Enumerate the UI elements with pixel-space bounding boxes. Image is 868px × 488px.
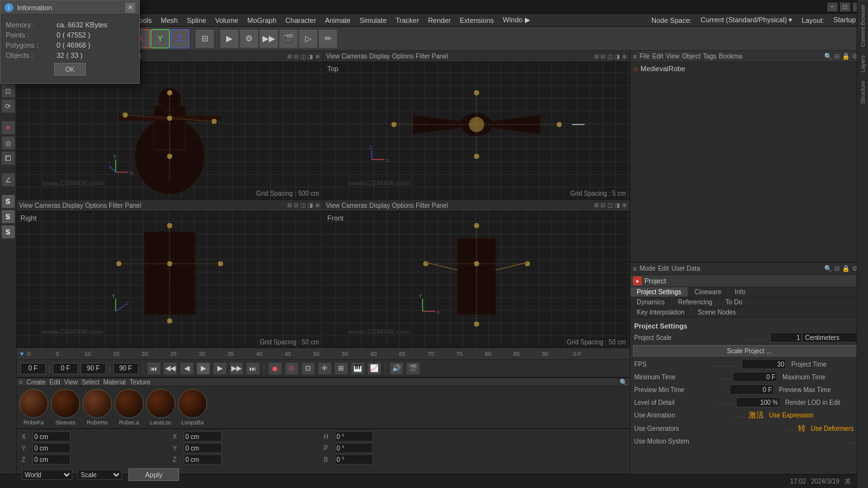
- tab-referencing[interactable]: Referencing: [672, 297, 719, 307]
- lod-input[interactable]: [736, 397, 780, 407]
- vp-front-display[interactable]: Display: [369, 202, 390, 209]
- vp-top-filter[interactable]: Filter: [416, 53, 430, 60]
- menu-spline[interactable]: Spline: [183, 16, 210, 25]
- om-filter-icon[interactable]: ⊟: [834, 53, 839, 60]
- tab-dynamics[interactable]: Dynamics: [630, 297, 672, 307]
- menu-mograph[interactable]: MoGraph: [243, 16, 280, 25]
- menu-window[interactable]: Windo ▶: [499, 15, 533, 25]
- vp-top-cameras[interactable]: Cameras: [342, 53, 368, 60]
- coord-z1-input[interactable]: [32, 454, 71, 464]
- start-frame-input[interactable]: [53, 363, 78, 374]
- render-vp-button[interactable]: ▷: [299, 29, 318, 48]
- end-frame-input[interactable]: [81, 363, 106, 374]
- sidebar-icon-8[interactable]: ∠: [1, 173, 15, 187]
- apply-button[interactable]: Apply: [128, 468, 179, 481]
- viewport-front[interactable]: View Cameras Display Options Filter Pane…: [323, 200, 630, 349]
- node-space-select[interactable]: Current (Standard/Physical) ▾: [697, 15, 797, 25]
- current-frame-input[interactable]: [20, 363, 46, 374]
- vp-top-display[interactable]: Display: [369, 53, 390, 60]
- material-texture-menu[interactable]: Texture: [130, 379, 151, 386]
- prev-frame-button[interactable]: ◀: [180, 362, 194, 375]
- dope-button[interactable]: 🎹: [351, 362, 365, 375]
- sidebar-icon-9[interactable]: S: [1, 194, 15, 208]
- coord-z2-input[interactable]: [184, 454, 222, 464]
- maximize-button[interactable]: □: [840, 3, 850, 11]
- play-button[interactable]: ▶: [196, 362, 210, 375]
- sidebar-icon-7[interactable]: ⧠: [1, 151, 15, 165]
- jump-start-button[interactable]: ⏮: [147, 362, 161, 375]
- timeline-button[interactable]: ⊞: [334, 362, 348, 375]
- om-item-row[interactable]: ⊙ MedievalRobe 🔒: [632, 64, 867, 74]
- material-item-sleeves[interactable]: Sleeves: [51, 389, 80, 426]
- autokey-button[interactable]: ⊡: [301, 362, 315, 375]
- vp-right-display[interactable]: Display: [62, 202, 83, 209]
- om-tags-menu[interactable]: Tags: [703, 53, 716, 60]
- vp-front-view[interactable]: View: [326, 202, 340, 209]
- menu-volume[interactable]: Volume: [212, 16, 243, 25]
- vp-front-options[interactable]: Options: [392, 202, 414, 209]
- material-item-robehc[interactable]: RobeHo: [83, 389, 112, 426]
- om-object-menu[interactable]: Object: [682, 53, 700, 60]
- icon-button-2[interactable]: 🎬: [406, 362, 420, 375]
- material-item-robefa[interactable]: RobeFa: [19, 389, 48, 426]
- sidebar-icon-6[interactable]: ◎: [1, 136, 15, 150]
- material-edit-menu[interactable]: Edit: [50, 379, 60, 386]
- render-3d-button[interactable]: 🎬: [279, 29, 298, 48]
- attr-search-icon[interactable]: 🔍: [824, 265, 832, 272]
- coord-y2-input[interactable]: [184, 443, 222, 453]
- project-scale-unit[interactable]: Centimeters: [802, 332, 865, 342]
- vp-front-filter[interactable]: Filter: [416, 202, 430, 209]
- minimize-button[interactable]: −: [827, 3, 837, 11]
- axis-z-button[interactable]: Z: [170, 29, 189, 48]
- tab-info[interactable]: Info: [728, 287, 752, 297]
- motion-button[interactable]: ✛: [318, 362, 332, 375]
- jump-end-button[interactable]: ⏭: [246, 362, 260, 375]
- om-file-menu[interactable]: File: [639, 53, 649, 60]
- scale-project-button[interactable]: Scale Project ...: [633, 345, 865, 356]
- vp-right-panel[interactable]: Panel: [125, 202, 142, 209]
- vp-right-view[interactable]: View: [19, 202, 33, 209]
- attr-userdata-menu[interactable]: User Data: [672, 265, 700, 272]
- vp-top-panel[interactable]: Panel: [432, 53, 449, 60]
- render-active-button[interactable]: ▶: [220, 29, 239, 48]
- preview-min-input[interactable]: [729, 384, 774, 395]
- coord-y1-input[interactable]: [32, 443, 71, 453]
- prev-key-button[interactable]: ◀◀: [163, 362, 177, 375]
- tab-key-interpolation[interactable]: Key Interpolation: [630, 308, 691, 317]
- material-material-menu[interactable]: Material: [103, 379, 126, 386]
- tab-scene-nodes[interactable]: Scene Nodes: [691, 308, 743, 317]
- viewport-top[interactable]: View Cameras Display Options Filter Pane…: [323, 51, 630, 200]
- sidebar-icon-3[interactable]: ⊡: [1, 84, 15, 98]
- attr-edit-menu[interactable]: Edit: [658, 265, 668, 272]
- icon-button-1[interactable]: 🔊: [390, 362, 403, 375]
- vp-right-cameras[interactable]: Cameras: [35, 202, 61, 209]
- material-view-menu[interactable]: View: [64, 379, 78, 386]
- om-edit-menu[interactable]: Edit: [653, 53, 663, 60]
- coord-x1-input[interactable]: [32, 431, 71, 442]
- axis-y-button[interactable]: Y: [151, 29, 170, 48]
- material-item-loopsba[interactable]: LoopsBa: [178, 389, 207, 426]
- vp-front-panel[interactable]: Panel: [432, 202, 449, 209]
- render-queue-button[interactable]: ▶▶: [259, 29, 278, 48]
- tab-cineware[interactable]: Cineware: [688, 287, 728, 297]
- sidebar-icon-4[interactable]: ⟳: [1, 99, 15, 113]
- tab-todo[interactable]: To Do: [719, 297, 749, 307]
- snap-button[interactable]: ⊟: [195, 29, 214, 48]
- material-create-menu[interactable]: Create: [27, 379, 46, 386]
- menu-extensions[interactable]: Extensions: [456, 16, 498, 25]
- end-frame-input2[interactable]: [113, 363, 139, 374]
- attr-filter-icon[interactable]: ⊟: [834, 265, 839, 272]
- fcurve-button[interactable]: 📈: [367, 362, 381, 375]
- vp-front-cameras[interactable]: Cameras: [342, 202, 368, 209]
- sidebar-icon-11[interactable]: S: [1, 225, 15, 239]
- menu-mesh[interactable]: Mesh: [157, 16, 182, 25]
- record-button[interactable]: ⏺: [268, 362, 282, 375]
- menu-animate[interactable]: Animate: [321, 16, 354, 25]
- render-settings-button[interactable]: ⚙: [240, 29, 259, 48]
- attr-mode-menu[interactable]: Mode: [639, 265, 655, 272]
- coord-x2-input[interactable]: [184, 431, 222, 442]
- timeline-ruler[interactable]: ▼ 0 5 10 15 20 25 30 35 40 45 50 55 60 6…: [17, 348, 630, 360]
- scale-select[interactable]: Scale: [78, 470, 122, 480]
- tab-project-settings[interactable]: Project Settings: [630, 287, 688, 297]
- loop-button[interactable]: ⊙: [285, 362, 299, 375]
